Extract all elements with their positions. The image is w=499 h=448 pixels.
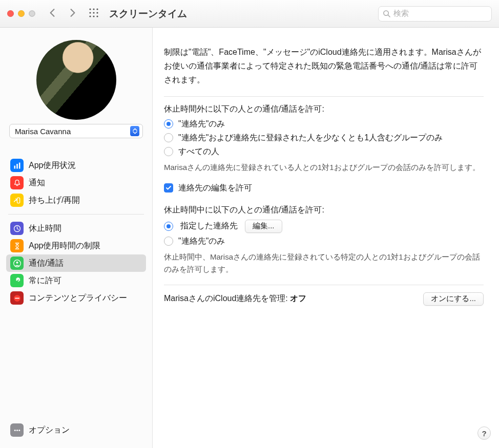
radio-label: "連絡先"および連絡先に登録された人を少なくとも1人含むグループのみ [178, 133, 443, 143]
intro-text: 制限は"電話"、FaceTime、"メッセージ"のiCloud連絡先に適用されま… [164, 45, 484, 87]
svg-point-19 [14, 429, 15, 431]
sidebar-item-label: 通信/通話 [29, 258, 64, 269]
radio-icon [164, 133, 173, 142]
during-downtime-note: 休止時間中、Marisaさんの連絡先に登録されている特定の人との1対1およびグル… [164, 251, 484, 275]
radio-label: "連絡先"のみ [178, 119, 225, 130]
sidebar-item-pickups[interactable]: 持ち上げ/再開 [6, 191, 146, 209]
radio-contacts-groups[interactable]: "連絡先"および連絡先に登録された人を少なくとも1人含むグループのみ [164, 133, 484, 143]
sidebar-item-label: 持ち上げ/再開 [29, 195, 80, 206]
outside-downtime-note: Marisaさんの連絡先に登録されている人との1対1およびグループの会話のみを許… [164, 161, 484, 174]
user-avatar [36, 40, 116, 120]
svg-point-2 [96, 8, 98, 10]
radio-icon [164, 119, 173, 129]
search-placeholder: 検索 [393, 9, 409, 18]
svg-point-7 [93, 15, 94, 17]
divider [164, 96, 484, 97]
noentry-icon [10, 291, 24, 305]
minimize-window-button[interactable] [18, 10, 25, 17]
help-button[interactable]: ? [477, 426, 491, 440]
clock-icon [10, 222, 24, 235]
titlebar: スクリーンタイム 検索 [0, 0, 499, 28]
bell-icon [10, 176, 24, 189]
pickup-icon [10, 194, 24, 207]
back-button[interactable] [48, 8, 57, 19]
sidebar-item-communication[interactable]: 通信/通話 [6, 254, 146, 272]
person-icon [10, 257, 24, 270]
radio-icon [164, 147, 173, 156]
sidebar-divider [8, 214, 144, 215]
window-controls [7, 10, 35, 17]
svg-point-8 [96, 15, 98, 17]
svg-point-20 [16, 429, 17, 431]
svg-rect-18 [15, 297, 19, 298]
sidebar: Marisa Cavanna App使用状況 通知 持ち上げ/再開 [0, 28, 153, 448]
manage-icloud-label: MarisaさんのiCloud連絡先を管理: オフ [164, 293, 306, 304]
checkbox-icon [164, 183, 173, 193]
sidebar-item-options[interactable]: オプション [6, 421, 146, 439]
user-name: Marisa Cavanna [15, 127, 71, 136]
divider [164, 285, 484, 285]
radio-label: 指定した連絡先 [180, 221, 238, 231]
svg-point-21 [18, 429, 20, 431]
svg-point-3 [89, 12, 91, 13]
svg-point-4 [93, 12, 94, 13]
svg-point-6 [89, 15, 91, 17]
svg-rect-10 [14, 165, 15, 168]
ellipsis-icon [10, 423, 24, 437]
manage-icloud-contacts-row: MarisaさんのiCloud連絡先を管理: オフ オンにする... [164, 292, 484, 306]
during-downtime-header: 休止時間中に以下の人との通信/通話を許可: [164, 205, 484, 216]
turn-on-button[interactable]: オンにする... [423, 292, 484, 306]
sidebar-item-label: 常に許可 [29, 275, 61, 286]
svg-point-5 [96, 12, 98, 13]
sidebar-item-always-allow[interactable]: 常に許可 [6, 272, 146, 289]
svg-rect-11 [16, 164, 18, 168]
checkbox-label: 連絡先の編集を許可 [178, 183, 252, 194]
sidebar-item-app-limits[interactable]: App使用時間の制限 [6, 237, 146, 254]
svg-rect-13 [17, 198, 19, 203]
svg-point-16 [16, 261, 18, 263]
check-seal-icon [10, 274, 24, 287]
close-window-button[interactable] [7, 10, 14, 17]
sidebar-item-label: App使用状況 [29, 160, 76, 171]
show-all-button[interactable] [89, 8, 99, 19]
radio-contacts-only[interactable]: "連絡先"のみ [164, 119, 484, 130]
sidebar-item-notifications[interactable]: 通知 [6, 174, 146, 191]
sidebar-item-content-privacy[interactable]: コンテンツとプライバシー [6, 289, 146, 307]
radio-everyone[interactable]: すべての人 [164, 146, 484, 157]
forward-button[interactable] [68, 8, 77, 19]
radio-contacts-only-during[interactable]: "連絡先"のみ [164, 236, 484, 247]
radio-specific-contacts[interactable]: 指定した連絡先 編集... [164, 220, 484, 233]
search-field[interactable]: 検索 [378, 6, 492, 22]
svg-point-0 [89, 8, 91, 10]
svg-point-1 [93, 8, 94, 10]
bars-icon [10, 159, 24, 172]
sidebar-item-label: 休止時間 [29, 223, 61, 234]
sidebar-item-label: App使用時間の制限 [29, 241, 100, 251]
outside-downtime-header: 休止時間外に以下の人との通信/通話を許可: [164, 104, 484, 115]
updown-icon [130, 126, 139, 136]
user-select[interactable]: Marisa Cavanna [9, 124, 143, 138]
sidebar-item-label: オプション [29, 425, 70, 436]
sidebar-list: App使用状況 通知 持ち上げ/再開 休止時間 App使用時間の制限 [0, 157, 152, 307]
window-title: スクリーンタイム [109, 7, 187, 20]
main-pane: 制限は"電話"、FaceTime、"メッセージ"のiCloud連絡先に適用されま… [153, 28, 499, 448]
search-icon [383, 10, 390, 17]
hourglass-icon [10, 239, 24, 252]
edit-specific-button[interactable]: 編集... [245, 220, 282, 233]
radio-label: "連絡先"のみ [178, 236, 225, 247]
allow-contact-editing[interactable]: 連絡先の編集を許可 [164, 183, 484, 194]
nav-buttons [48, 8, 77, 19]
sidebar-item-label: コンテンツとプライバシー [29, 293, 127, 304]
svg-rect-12 [18, 162, 20, 168]
radio-icon [164, 222, 173, 231]
sidebar-item-label: 通知 [29, 178, 45, 188]
radio-label: すべての人 [178, 146, 219, 157]
zoom-window-button[interactable] [29, 10, 35, 17]
sidebar-item-app-usage[interactable]: App使用状況 [6, 157, 146, 174]
radio-icon [164, 237, 173, 246]
sidebar-item-downtime[interactable]: 休止時間 [6, 220, 146, 237]
